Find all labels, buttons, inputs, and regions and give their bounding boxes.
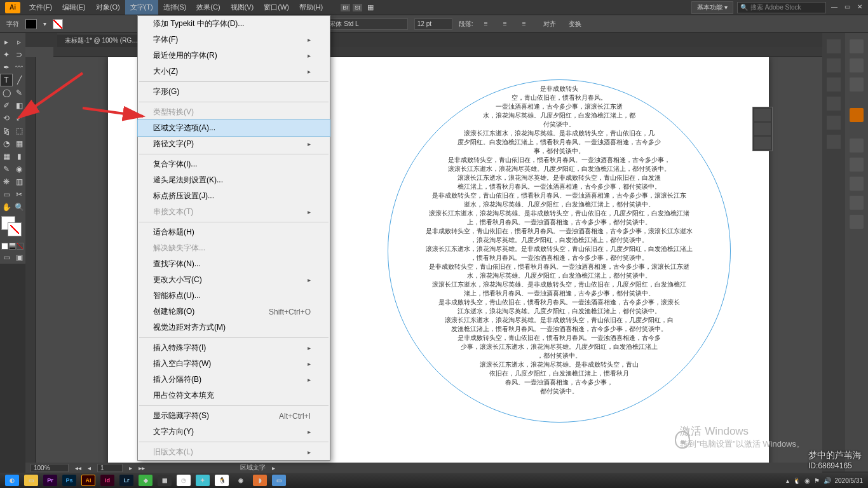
panel-icon[interactable] xyxy=(827,116,841,130)
line-tool[interactable]: ╱ xyxy=(13,74,25,86)
rectangle-tool[interactable]: ◯ xyxy=(0,86,13,99)
menu-item[interactable]: 用占位符文本填充 xyxy=(138,388,330,403)
zoom-tool[interactable]: 🔍 xyxy=(13,201,25,214)
type-tool[interactable]: T xyxy=(0,74,13,86)
perspective-tool[interactable]: ▦ xyxy=(13,137,25,150)
lasso-tool[interactable]: ⊃ xyxy=(13,48,25,61)
menu-选择[interactable]: 选择(S) xyxy=(158,0,192,15)
scale-tool[interactable]: ⤢ xyxy=(13,112,25,125)
area-type-object[interactable]: 是非成败转头空，青山依旧在，惯看秋月春风。一壶浊酒喜相逢，古今多少事，滚滚长江东… xyxy=(388,79,731,423)
tray-icon[interactable]: ◉ xyxy=(804,477,810,484)
dropdown-icon[interactable]: ▾ xyxy=(43,20,46,27)
pen-tool[interactable]: ✒ xyxy=(0,61,13,74)
taskbar-browser[interactable]: ◐ xyxy=(5,475,19,486)
taskbar-app[interactable]: ✦ xyxy=(196,475,210,486)
menu-文件[interactable]: 文件(F) xyxy=(24,0,57,15)
document-tab[interactable]: 未标题-1* @ 100% (RG… xyxy=(57,34,146,47)
tray-volume-icon[interactable]: 🔊 xyxy=(824,477,831,484)
taskbar-app[interactable]: ▭ xyxy=(272,475,286,486)
free-transform-tool[interactable]: ⬚ xyxy=(13,125,25,137)
stock-icon[interactable]: St xyxy=(353,4,362,11)
slice-tool[interactable]: ✂ xyxy=(13,188,25,201)
menu-item[interactable]: 显示隐藏字符(S)Alt+Ctrl+I xyxy=(138,408,330,424)
stroke-swatch[interactable] xyxy=(53,19,63,29)
stock-search[interactable]: 🔍 搜索 Adobe Stock xyxy=(737,2,826,13)
align-center-icon[interactable]: ≡ xyxy=(499,18,512,30)
transform-label[interactable]: 变换 xyxy=(569,20,581,29)
taskbar-app[interactable]: ◗ xyxy=(253,475,267,486)
rotate-tool[interactable]: ⟲ xyxy=(0,112,13,125)
artboard-nav-next1[interactable]: ▸ xyxy=(129,464,132,471)
status-arrow-icon[interactable]: ▸ xyxy=(272,464,275,471)
panel-icon[interactable] xyxy=(827,97,841,111)
panel-icon[interactable] xyxy=(850,139,864,152)
gradient-tool[interactable]: ▮ xyxy=(13,150,25,163)
align-right-icon[interactable]: ≡ xyxy=(518,18,531,30)
fill-swatch[interactable] xyxy=(25,19,37,29)
menu-item[interactable]: 复合字体(I)... xyxy=(138,156,330,172)
menu-item[interactable]: 添加 Typekit 中的字体(D)... xyxy=(138,16,330,32)
arrange-icon[interactable]: ▦ xyxy=(367,3,374,11)
curvature-tool[interactable]: 〰 xyxy=(13,61,25,74)
menu-item[interactable]: 文字方向(Y) xyxy=(138,424,330,440)
taskbar-explorer[interactable]: ▭ xyxy=(24,475,38,486)
taskbar-premiere[interactable]: Pr xyxy=(43,475,57,486)
panel-item[interactable] xyxy=(754,137,771,149)
menu-item[interactable]: 插入分隔符(B) xyxy=(138,372,330,388)
menu-item[interactable]: 查找字体(N)... xyxy=(138,256,330,272)
bridge-icon[interactable]: Br xyxy=(341,4,350,11)
panel-icon[interactable] xyxy=(850,39,864,53)
menu-item[interactable]: 插入特殊字符(I) xyxy=(138,340,330,356)
taskbar-chrome[interactable]: ◉ xyxy=(234,475,248,486)
magic-wand-tool[interactable]: ✦ xyxy=(0,48,13,61)
symbol-sprayer-tool[interactable]: ❋ xyxy=(0,175,13,188)
close-icon[interactable]: ✕ xyxy=(855,3,864,12)
menu-item[interactable]: 字形(G) xyxy=(138,84,330,100)
taskbar-photoshop[interactable]: Ps xyxy=(62,475,76,486)
panel-item[interactable] xyxy=(754,109,771,121)
minimize-icon[interactable]: — xyxy=(830,3,839,12)
taskbar-lightroom[interactable]: Lr xyxy=(119,475,133,486)
artboard-nav-prev1[interactable]: ◂ xyxy=(88,464,91,471)
font-size-select[interactable]: 12 pt xyxy=(414,18,452,30)
fill-stroke-swatches[interactable] xyxy=(1,216,24,239)
menu-item[interactable]: 创建轮廓(O)Shift+Ctrl+O xyxy=(138,304,330,320)
tray-icon[interactable]: ▴ xyxy=(786,477,789,484)
artboard-tool[interactable]: ▭ xyxy=(0,188,13,201)
panel-item[interactable] xyxy=(754,123,771,135)
menu-item[interactable]: 避头尾法则设置(K)... xyxy=(138,172,330,188)
menu-item[interactable]: 字体(F) xyxy=(138,32,330,48)
panel-icon[interactable] xyxy=(827,39,841,53)
zoom-level[interactable]: 100% xyxy=(31,464,69,472)
floating-panel[interactable] xyxy=(752,107,773,151)
panel-icon[interactable] xyxy=(850,58,864,72)
panel-icon[interactable] xyxy=(850,78,864,92)
menu-视图[interactable]: 视图(V) xyxy=(226,0,259,15)
taskbar-indesign[interactable]: Id xyxy=(100,475,114,486)
taskbar-app[interactable]: ▦ xyxy=(158,475,172,486)
taskbar-app[interactable]: ◔ xyxy=(177,475,191,486)
menu-对象[interactable]: 对象(O) xyxy=(91,0,125,15)
tray-icon[interactable]: ⚑ xyxy=(814,477,820,484)
panel-icon[interactable] xyxy=(850,177,864,191)
eyedropper-tool[interactable]: ✎ xyxy=(0,163,13,175)
menu-编辑[interactable]: 编辑(E) xyxy=(57,0,91,15)
shape-builder-tool[interactable]: ◔ xyxy=(0,137,13,150)
graph-tool[interactable]: ▥ xyxy=(13,175,25,188)
menu-item[interactable]: 智能标点(U)... xyxy=(138,288,330,304)
panel-icon[interactable] xyxy=(827,78,841,92)
menu-item[interactable]: 标点挤压设置(J)... xyxy=(138,188,330,204)
screen-mode-full[interactable]: ▣ xyxy=(13,251,25,264)
menu-文字[interactable]: 文字(T) xyxy=(125,0,158,15)
paintbrush-tool[interactable]: ✎ xyxy=(13,86,25,99)
workspace-switcher[interactable]: 基本功能 ▾ xyxy=(691,1,733,14)
menu-item[interactable]: 区域文字选项(A)... xyxy=(137,119,330,137)
align-label[interactable]: 对齐 xyxy=(543,20,556,29)
menu-item[interactable]: 大小(Z) xyxy=(138,64,330,79)
menu-item[interactable]: 更改大小写(C) xyxy=(138,272,330,288)
panel-icon[interactable] xyxy=(850,196,864,210)
panel-icon[interactable] xyxy=(827,135,841,149)
menu-帮助[interactable]: 帮助(H) xyxy=(294,0,328,15)
menu-窗口[interactable]: 窗口(W) xyxy=(259,0,294,15)
hand-tool[interactable]: ✋ xyxy=(0,201,13,214)
